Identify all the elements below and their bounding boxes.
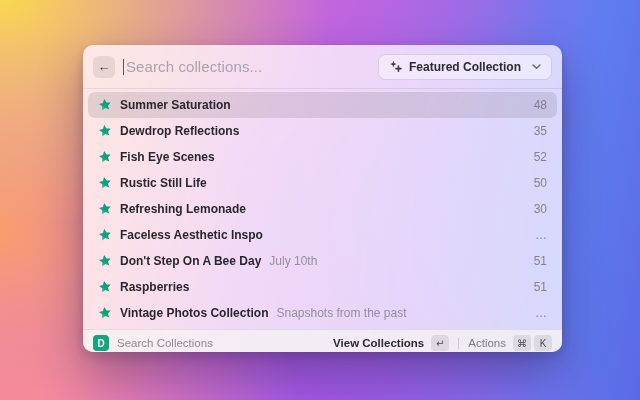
collection-title: Rustic Still Life — [120, 176, 207, 190]
star-icon — [97, 305, 113, 321]
star-icon — [97, 123, 113, 139]
list-item-raspberries[interactable]: Raspberries 51 — [88, 274, 557, 300]
list-item-dewdrop-reflections[interactable]: Dewdrop Reflections 35 — [88, 118, 557, 144]
status-bar: D Search Collections View Collections ↵ … — [83, 329, 562, 352]
star-icon — [97, 149, 113, 165]
list-item-vintage-photos-collection[interactable]: Vintage Photos Collection Snapshots from… — [88, 300, 557, 326]
collection-count: 51 — [534, 280, 547, 294]
search-input[interactable]: Search collections... — [126, 58, 262, 75]
list-item-dont-step-on-a-bee-day[interactable]: Don't Step On A Bee Day July 10th 51 — [88, 248, 557, 274]
sparkle-plus-icon — [389, 60, 402, 73]
view-collections-action[interactable]: View Collections — [333, 337, 424, 349]
list-item-refreshing-lemonade[interactable]: Refreshing Lemonade 30 — [88, 196, 557, 222]
collection-title: Don't Step On A Bee Day — [120, 254, 261, 268]
back-arrow-icon: ← — [98, 59, 111, 74]
footer-divider — [458, 338, 459, 349]
k-key: K — [534, 335, 552, 351]
app-logo-icon: D — [93, 335, 109, 351]
command-name-label: Search Collections — [117, 337, 213, 349]
collection-count: 51 — [534, 254, 547, 268]
collection-count: … — [535, 228, 547, 242]
collection-subtitle: July 10th — [269, 254, 317, 268]
chevron-down-icon — [532, 63, 541, 70]
star-icon — [97, 279, 113, 295]
star-icon — [97, 227, 113, 243]
featured-collection-dropdown[interactable]: Featured Collection — [378, 54, 552, 80]
collection-title: Fish Eye Scenes — [120, 150, 215, 164]
list-item-fish-eye-scenes[interactable]: Fish Eye Scenes 52 — [88, 144, 557, 170]
command-palette-window: ← Search collections... Featured Collect… — [83, 45, 562, 352]
back-button[interactable]: ← — [93, 56, 115, 78]
text-cursor — [123, 59, 124, 75]
dropdown-label: Featured Collection — [409, 60, 521, 74]
collection-title: Summer Saturation — [120, 98, 231, 112]
search-header: ← Search collections... Featured Collect… — [83, 45, 562, 88]
collection-count: 35 — [534, 124, 547, 138]
collection-title: Vintage Photos Collection — [120, 306, 268, 320]
star-icon — [97, 175, 113, 191]
collection-subtitle: Snapshots from the past — [276, 306, 406, 320]
collection-count: 50 — [534, 176, 547, 190]
collections-list: Summer Saturation 48 Dewdrop Reflections… — [83, 89, 562, 329]
collection-title: Dewdrop Reflections — [120, 124, 239, 138]
collection-count: 48 — [534, 98, 547, 112]
list-item-faceless-aesthetic-inspo[interactable]: Faceless Aesthetic Inspo … — [88, 222, 557, 248]
return-key: ↵ — [431, 335, 449, 351]
collection-title: Raspberries — [120, 280, 189, 294]
star-icon — [97, 253, 113, 269]
collection-count: … — [535, 306, 547, 320]
star-icon — [97, 201, 113, 217]
collection-count: 30 — [534, 202, 547, 216]
star-icon — [97, 97, 113, 113]
command-key: ⌘ — [513, 335, 531, 351]
actions-menu-button[interactable]: Actions — [468, 337, 506, 349]
collection-count: 52 — [534, 150, 547, 164]
list-item-summer-saturation[interactable]: Summer Saturation 48 — [88, 92, 557, 118]
collection-title: Faceless Aesthetic Inspo — [120, 228, 263, 242]
list-item-rustic-still-life[interactable]: Rustic Still Life 50 — [88, 170, 557, 196]
collection-title: Refreshing Lemonade — [120, 202, 246, 216]
